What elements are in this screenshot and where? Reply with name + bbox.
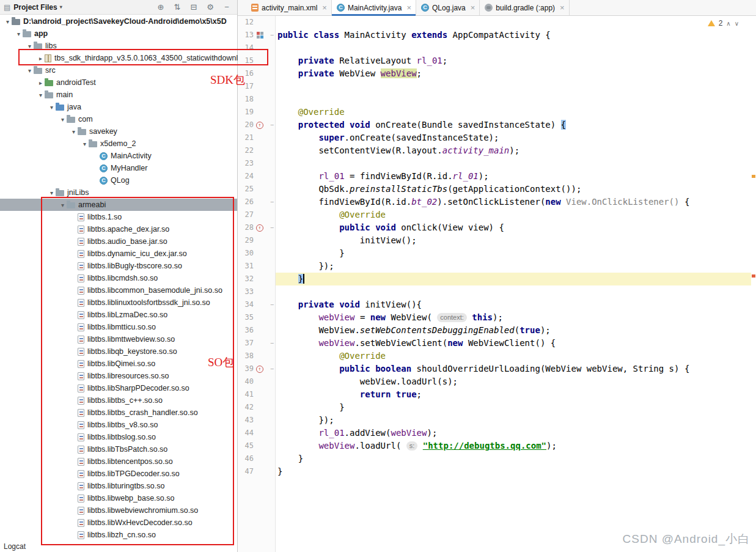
locate-file-icon[interactable]: ⊕ xyxy=(154,2,167,12)
tree-item[interactable]: libtbs.libWxHevcDecoder.so.so xyxy=(0,517,237,529)
warning-stripe-mark[interactable] xyxy=(752,274,755,278)
tree-item[interactable]: libtbs.libtbs_crash_handler.so.so xyxy=(0,407,237,419)
tree-item[interactable]: ▾libs xyxy=(0,40,237,52)
tree-item[interactable]: libtbs.libQimei.so.so xyxy=(0,358,237,370)
code-line[interactable]: 21 super.onCreate(savedInstanceState); xyxy=(238,131,751,144)
tab-build-gradle-app[interactable]: build.gradle (:app)× xyxy=(480,0,569,15)
tree-item[interactable]: libtbs.libtbs_v8.so.so xyxy=(0,419,237,431)
tree-item[interactable]: ▾savekey xyxy=(0,125,237,138)
tree-item[interactable]: CMyHandler xyxy=(0,162,237,174)
prev-issue-icon[interactable]: ∧ xyxy=(726,20,730,27)
code-line[interactable]: 12 xyxy=(238,16,751,29)
tree-item[interactable]: libtbs.libTPGDecoder.so.so xyxy=(0,468,237,480)
code-line[interactable]: 46 } xyxy=(238,452,751,465)
tree-item[interactable]: libtbs.libcommon_basemodule_jni.so.so xyxy=(0,284,237,296)
close-icon[interactable]: × xyxy=(560,3,565,12)
fold-marker-icon[interactable]: − xyxy=(266,119,276,131)
tree-item[interactable]: CMainActivity xyxy=(0,150,237,162)
code-line[interactable]: 19 @Override xyxy=(238,106,751,119)
fold-marker-icon[interactable]: − xyxy=(266,337,276,350)
tree-item[interactable]: ▸tbs_sdk_thirdapp_v3.5.0.1063_43500_stat… xyxy=(0,52,237,64)
tree-item[interactable]: libtbs.apache_dex.jar.so xyxy=(0,223,237,235)
code-editor[interactable]: 1213−public class MainActivity extends A… xyxy=(238,16,751,552)
code-line[interactable]: 13−public class MainActivity extends App… xyxy=(238,29,751,42)
fold-marker-icon[interactable]: − xyxy=(266,29,276,42)
tree-item[interactable]: ▾jniLibs xyxy=(0,186,237,199)
chevron-down-icon[interactable]: ▾ xyxy=(59,202,67,208)
code-line[interactable]: 32 } xyxy=(238,273,751,285)
chevron-right-icon[interactable]: ▸ xyxy=(37,79,45,86)
sort-icon[interactable]: ⇅ xyxy=(171,2,184,12)
overriding-method-icon[interactable]: ↑ xyxy=(256,366,263,373)
code-line[interactable]: 31 }); xyxy=(238,260,751,273)
tab-activity-main-xml[interactable]: activity_main.xml× xyxy=(246,0,332,15)
code-line[interactable]: 47} xyxy=(238,465,751,478)
chevron-down-icon[interactable]: ▾ xyxy=(26,43,34,50)
code-line[interactable]: 14 xyxy=(238,42,751,54)
tree-item[interactable]: libtbs.libmtticu.so.so xyxy=(0,321,237,333)
hide-panel-icon[interactable]: − xyxy=(220,2,233,12)
tree-item[interactable]: libtbs.libzh_cn.so.so xyxy=(0,529,237,541)
tree-item[interactable]: libtbs.libBugly-tbscore.so.so xyxy=(0,260,237,272)
code-line[interactable]: 28↑− public void onClick(View view) { xyxy=(238,221,751,234)
warning-stripe-mark[interactable] xyxy=(752,175,755,178)
chevron-down-icon[interactable]: ▾ xyxy=(4,18,12,25)
tree-item[interactable]: libtbs.libtbslog.so.so xyxy=(0,431,237,443)
collapse-all-icon[interactable]: ⊟ xyxy=(187,2,200,12)
code-line[interactable]: 26− findViewById(R.id.bt_02).setOnClickL… xyxy=(238,196,751,208)
code-line[interactable]: 16 private WebView webView; xyxy=(238,67,751,80)
tab-qlog-java[interactable]: CQLog.java× xyxy=(416,0,480,15)
code-line[interactable]: 24 rl_01 = findViewById(R.id.rl_01); xyxy=(238,170,751,183)
code-line[interactable]: 34− private void initView(){ xyxy=(238,298,751,311)
code-line[interactable]: 29 initView(); xyxy=(238,234,751,247)
code-line[interactable]: 37− webView.setWebViewClient(new WebView… xyxy=(238,337,751,350)
code-line[interactable]: 20↑− protected void onCreate(Bundle save… xyxy=(238,119,751,131)
close-icon[interactable]: × xyxy=(406,3,411,12)
fold-marker-icon[interactable]: − xyxy=(266,362,276,375)
tree-item[interactable]: libtbs.libqb_keystore.so.so xyxy=(0,345,237,358)
code-line[interactable]: 40 webView.loadUrl(s); xyxy=(238,375,751,388)
fold-marker-icon[interactable]: − xyxy=(266,196,276,208)
tree-item[interactable]: libtbs.libLzmaDec.so.so xyxy=(0,309,237,321)
code-line[interactable]: 30 } xyxy=(238,247,751,260)
chevron-down-icon[interactable]: ▾ xyxy=(48,104,56,111)
code-line[interactable]: 36 WebView.setWebContentsDebuggingEnable… xyxy=(238,324,751,337)
code-line[interactable]: 17 xyxy=(238,80,751,93)
code-line[interactable]: 44 rl_01.addView(webView); xyxy=(238,427,751,440)
tree-item[interactable]: ▸androidTest xyxy=(0,76,237,89)
chevron-right-icon[interactable]: ▸ xyxy=(37,55,45,62)
tree-item[interactable]: CQLog xyxy=(0,174,237,186)
close-icon[interactable]: × xyxy=(322,3,327,12)
code-line[interactable]: 38 @Override xyxy=(238,350,751,362)
code-line[interactable]: 35 webView = new WebView( context: this)… xyxy=(238,311,751,324)
tree-item[interactable]: libtbs.dynamic_icu_dex.jar.so xyxy=(0,248,237,260)
tree-item[interactable]: libtbs.libTbsPatch.so.so xyxy=(0,443,237,455)
error-stripe[interactable] xyxy=(751,16,756,552)
tree-item[interactable]: libtbs.libcmdsh.so.so xyxy=(0,272,237,284)
tree-item[interactable]: ▾src xyxy=(0,64,237,76)
code-line[interactable]: 27 @Override xyxy=(238,208,751,221)
chevron-down-icon[interactable]: ▾ xyxy=(37,92,45,98)
settings-gear-icon[interactable]: ⚙ xyxy=(204,2,217,12)
overriding-method-icon[interactable]: ↑ xyxy=(256,122,263,129)
code-line[interactable]: 25 QbSdk.preinstallStaticTbs(getApplicat… xyxy=(238,183,751,196)
chevron-down-icon[interactable]: ▾ xyxy=(15,31,23,37)
tree-item[interactable]: libtbs.libtencentpos.so.so xyxy=(0,455,237,468)
tree-item[interactable]: ▾x5demo_2 xyxy=(0,138,237,150)
code-line[interactable]: 39↑− public boolean shouldOverrideUrlLoa… xyxy=(238,362,751,375)
code-line[interactable]: 33 xyxy=(238,285,751,298)
chevron-down-icon[interactable]: ▾ xyxy=(48,190,56,196)
tree-item[interactable]: libtbs.audio_base.jar.so xyxy=(0,235,237,248)
code-line[interactable]: 15 private RelativeLayout rl_01; xyxy=(238,54,751,67)
tree-item[interactable]: libtbs.libwebp_base.so.so xyxy=(0,492,237,504)
tree-item[interactable]: ▾D:\android_project\SavekeyCloud-Android… xyxy=(0,15,237,28)
chevron-down-icon[interactable]: ▾ xyxy=(70,128,78,135)
code-line[interactable]: 18 xyxy=(238,93,751,106)
tab-mainactivity-java[interactable]: CMainActivity.java× xyxy=(332,0,416,15)
overriding-method-icon[interactable]: ↑ xyxy=(256,224,263,232)
tree-item[interactable]: libtbs.libturingtbs.so.so xyxy=(0,480,237,492)
code-line[interactable]: 22 setContentView(R.layout.activity_main… xyxy=(238,144,751,157)
close-icon[interactable]: × xyxy=(471,3,475,12)
code-line[interactable]: 45 webView.loadUrl( s: "http://debugtbs.… xyxy=(238,440,751,452)
next-issue-icon[interactable]: ∨ xyxy=(735,20,739,27)
